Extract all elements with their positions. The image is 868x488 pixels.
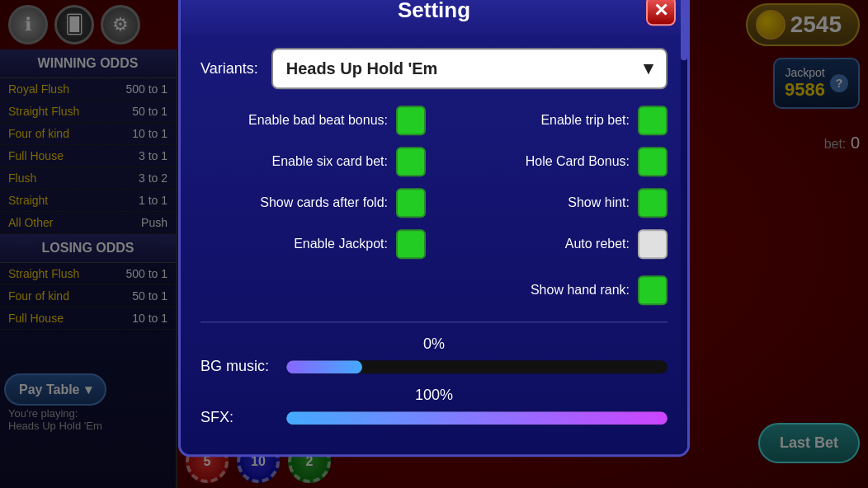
- option-row-six-card: Enable six card bet:: [200, 147, 426, 176]
- option-row-auto-rebet: Auto rebet:: [442, 229, 668, 259]
- variants-label: Variants:: [200, 60, 258, 77]
- modal-close-button[interactable]: ✕: [646, 0, 676, 26]
- option-label-trip-bet: Enable trip bet:: [540, 113, 630, 128]
- sfx-row: SFX:: [200, 409, 668, 426]
- option-label-show-hint: Show hint:: [568, 195, 630, 210]
- option-toggle-jackpot[interactable]: [396, 229, 426, 259]
- variants-select[interactable]: Heads Up Hold 'Em ▾: [271, 48, 668, 89]
- option-label-hole-card: Hole Card Bonus:: [526, 154, 630, 169]
- modal-header: Setting ✕: [181, 0, 687, 35]
- modal-scrollbar: [681, 0, 687, 454]
- option-row-bad-beat: Enable bad beat bonus:: [200, 106, 426, 135]
- option-row-show-hint: Show hint:: [442, 188, 668, 218]
- modal-title: Setting: [398, 0, 470, 23]
- option-toggle-bad-beat[interactable]: [396, 106, 426, 135]
- option-toggle-trip-bet[interactable]: [638, 106, 668, 135]
- option-toggle-six-card[interactable]: [396, 147, 426, 176]
- option-label-jackpot: Enable Jackpot:: [294, 237, 388, 251]
- option-label-six-card: Enable six card bet:: [271, 154, 388, 169]
- sfx-section: 100% SFX:: [200, 387, 668, 426]
- variants-arrow-icon: ▾: [644, 58, 653, 79]
- option-row-cards-fold: Show cards after fold:: [200, 188, 426, 218]
- option-label-cards-fold: Show cards after fold:: [260, 195, 388, 210]
- variants-row: Variants: Heads Up Hold 'Em ▾: [200, 48, 668, 89]
- modal-body: Variants: Heads Up Hold 'Em ▾ Enable bad…: [181, 35, 687, 454]
- sfx-label: SFX:: [200, 409, 275, 426]
- option-row-hole-card: Hole Card Bonus:: [442, 147, 668, 176]
- bg-music-percent: 0%: [200, 336, 668, 353]
- bg-music-track[interactable]: [286, 360, 668, 373]
- bg-music-label: BG music:: [200, 358, 275, 375]
- option-toggle-hole-card[interactable]: [638, 147, 668, 176]
- option-toggle-auto-rebet[interactable]: [638, 229, 668, 259]
- modal-scrollbar-thumb[interactable]: [681, 0, 687, 60]
- option-row-jackpot: Enable Jackpot:: [200, 229, 426, 259]
- option-row-trip-bet: Enable trip bet:: [442, 106, 668, 135]
- sfx-fill: [286, 411, 668, 425]
- show-hand-rank-row: Show hand rank:: [200, 275, 668, 305]
- bg-music-fill: [286, 360, 362, 373]
- variants-value: Heads Up Hold 'Em: [286, 59, 438, 78]
- sfx-track[interactable]: [286, 411, 668, 425]
- show-hand-rank-label: Show hand rank:: [531, 283, 630, 298]
- option-toggle-show-hint[interactable]: [638, 188, 668, 218]
- option-label-bad-beat: Enable bad beat bonus:: [248, 113, 388, 128]
- settings-modal: Setting ✕ Variants: Heads Up Hold 'Em ▾ …: [178, 0, 690, 457]
- option-label-auto-rebet: Auto rebet:: [565, 237, 630, 251]
- bg-music-section: 0% BG music:: [200, 336, 668, 375]
- options-grid: Enable bad beat bonus: Enable trip bet: …: [200, 106, 668, 259]
- divider: [200, 321, 668, 322]
- show-hand-rank-toggle[interactable]: [638, 275, 668, 305]
- bg-music-row: BG music:: [200, 358, 668, 375]
- sfx-percent: 100%: [200, 387, 668, 404]
- option-toggle-cards-fold[interactable]: [396, 188, 426, 218]
